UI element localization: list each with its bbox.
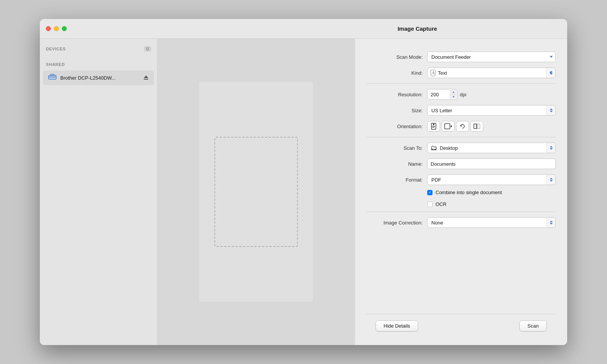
device-item[interactable]: Brother DCP-L2540DW... [43, 71, 154, 85]
orientation-label: Orientation: [366, 124, 427, 129]
devices-section-header: DEVICES 0 [40, 45, 157, 55]
minimize-button[interactable] [54, 26, 59, 31]
svg-point-7 [433, 124, 434, 125]
ocr-checkbox-row: OCR [427, 201, 447, 207]
combine-checkbox-row: ✓ Combine into single document [427, 190, 502, 195]
resolution-stepper-buttons: ▲ ▼ [450, 90, 457, 99]
format-select[interactable]: PDF [427, 174, 556, 185]
scanner-icon [48, 74, 57, 82]
sidebar: DEVICES 0 SHARED Brothe [40, 39, 157, 345]
size-label: Size: [366, 108, 427, 113]
scan-button[interactable]: Scan [519, 320, 547, 331]
device-name: Brother DCP-L2540DW... [60, 75, 140, 81]
svg-rect-1 [49, 76, 55, 78]
orientation-rotate-right-button[interactable] [470, 121, 483, 132]
name-label: Name: [366, 161, 427, 167]
shared-label: SHARED [46, 62, 65, 67]
bottom-bar: Hide Details Scan [366, 314, 556, 337]
traffic-lights [46, 26, 67, 31]
resolution-down-button[interactable]: ▼ [450, 95, 457, 99]
titlebar: Image Capture [40, 19, 567, 39]
name-input[interactable]: Documents [427, 158, 556, 169]
image-correction-group: Image Correction: None [366, 212, 556, 233]
svg-rect-5 [144, 79, 148, 80]
scan-to-text: Desktop [440, 145, 458, 151]
window-title: Image Capture [398, 25, 437, 32]
eject-icon[interactable] [143, 75, 149, 81]
combine-label: Combine into single document [436, 190, 502, 195]
devices-label: DEVICES [46, 47, 66, 51]
settings-content: Scan Mode: Document Feeder Flatbed Kind: [366, 46, 556, 314]
image-correction-text: None [431, 220, 443, 226]
resolution-group: Resolution: 200 ▲ ▼ dpi [366, 84, 556, 137]
orientation-landscape-button[interactable] [442, 121, 454, 132]
scan-mode-group: Scan Mode: Document Feeder Flatbed Kind: [366, 46, 556, 84]
shared-section-header: SHARED [40, 59, 157, 71]
svg-rect-10 [445, 124, 450, 129]
shared-section: SHARED Brother DCP-L2540DW... [40, 59, 157, 85]
scan-to-select[interactable]: 🗂 Desktop [427, 143, 556, 153]
name-row: Name: Documents [366, 158, 556, 170]
resolution-label: Resolution: [366, 92, 427, 97]
check-icon: ✓ [428, 191, 431, 195]
orientation-row: Orientation: [366, 120, 556, 132]
resolution-row: Resolution: 200 ▲ ▼ dpi [366, 88, 556, 100]
hide-details-button[interactable]: Hide Details [376, 320, 418, 331]
resolution-stepper: 200 ▲ ▼ [427, 89, 458, 100]
ocr-checkbox[interactable] [427, 202, 432, 207]
size-row: Size: US Letter [366, 104, 556, 116]
settings-panel: Scan Mode: Document Feeder Flatbed Kind: [355, 39, 567, 345]
scan-mode-select[interactable]: Document Feeder Flatbed [427, 52, 556, 62]
orientation-rotate-left-button[interactable] [456, 121, 469, 132]
format-row: Format: PDF [366, 174, 556, 186]
size-select-wrapper[interactable]: US Letter [427, 105, 556, 116]
orientation-portrait-button[interactable] [427, 121, 440, 132]
image-correction-select[interactable]: None [427, 217, 556, 228]
name-control: Documents [427, 158, 556, 169]
resolution-input-group: 200 ▲ ▼ dpi [427, 89, 556, 100]
maximize-button[interactable] [62, 26, 67, 31]
svg-rect-13 [474, 124, 476, 129]
size-text: US Letter [431, 108, 452, 113]
svg-marker-4 [144, 75, 148, 78]
kind-a-icon: A [431, 70, 436, 76]
image-correction-row: Image Correction: None [366, 217, 556, 229]
scan-preview-container [199, 82, 313, 302]
folder-icon: 🗂 [431, 144, 437, 152]
image-correction-label: Image Correction: [366, 220, 427, 226]
format-text: PDF [431, 177, 441, 183]
svg-rect-3 [50, 74, 54, 75]
scan-preview-inner [214, 137, 298, 247]
dpi-label: dpi [460, 92, 466, 97]
checkboxes-row: ✓ Combine into single document OCR [366, 190, 556, 207]
orientation-button-group [427, 121, 556, 132]
kind-row: Kind: A Text [366, 67, 556, 79]
svg-rect-14 [477, 124, 480, 129]
output-group: Scan To: 🗂 Desktop Name: [366, 137, 556, 212]
orientation-controls [427, 121, 556, 132]
ocr-label: OCR [436, 201, 447, 207]
scan-mode-select-wrapper: Document Feeder Flatbed [427, 52, 556, 62]
scan-mode-row: Scan Mode: Document Feeder Flatbed [366, 51, 556, 63]
scan-mode-label: Scan Mode: [366, 54, 427, 60]
svg-rect-8 [432, 126, 435, 127]
resolution-up-button[interactable]: ▲ [450, 90, 457, 95]
format-label: Format: [366, 177, 427, 183]
close-button[interactable] [46, 26, 51, 31]
main-window: Image Capture DEVICES 0 SHARED [40, 19, 567, 345]
svg-rect-9 [432, 127, 434, 128]
kind-select-wrapper: A Text [427, 67, 556, 78]
svg-marker-11 [450, 125, 452, 127]
combine-checkbox[interactable]: ✓ [427, 190, 432, 195]
scan-to-row: Scan To: 🗂 Desktop [366, 142, 556, 154]
preview-area [157, 39, 355, 345]
svg-marker-12 [461, 125, 462, 127]
kind-display[interactable]: A Text [427, 67, 556, 78]
kind-label: Kind: [366, 70, 427, 76]
kind-text: Text [438, 70, 447, 76]
content-area: DEVICES 0 SHARED Brothe [40, 39, 567, 345]
resolution-control: 200 ▲ ▼ dpi [427, 89, 556, 100]
scan-to-label: Scan To: [366, 145, 427, 151]
devices-count-badge: 0 [144, 46, 151, 52]
